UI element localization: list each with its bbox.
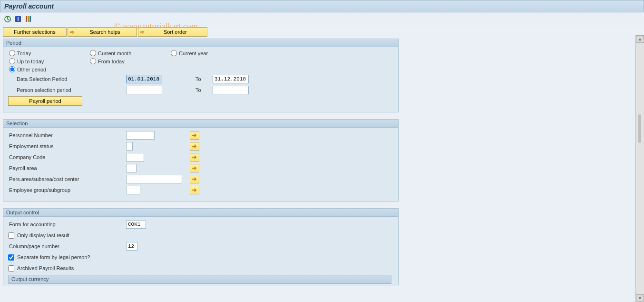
multi-select-company-code[interactable] xyxy=(190,153,199,161)
label-separate-form: Separate form by legal person? xyxy=(17,254,90,260)
selection-groupbox: Selection Personnel Number Employment st… xyxy=(3,119,399,201)
svg-rect-4 xyxy=(28,16,29,22)
further-selections-button[interactable]: Further selections xyxy=(3,27,67,37)
label-archived-payroll: Archived Payroll Results xyxy=(17,265,74,271)
output-currency-groupbox: Output currency xyxy=(8,275,391,284)
checkbox-separate-form[interactable] xyxy=(8,254,14,261)
selection-button-row: Further selections ➪Search helps ➪Sort o… xyxy=(3,27,641,37)
label-company-code: Company Code xyxy=(8,154,126,160)
page-title: Payroll account xyxy=(4,2,54,10)
multi-select-employee-group[interactable] xyxy=(190,186,199,194)
output-control-title: Output control xyxy=(3,209,398,217)
label-only-display-last: Only display last result xyxy=(17,232,69,238)
input-employment-status[interactable] xyxy=(126,142,133,151)
input-data-sel-from[interactable] xyxy=(126,75,162,83)
label-form-for-accounting: Form for accounting xyxy=(8,221,126,227)
payroll-period-button[interactable]: Payroll period xyxy=(8,96,82,106)
period-groupbox: Period Today Current month Current year … xyxy=(3,39,399,112)
label-up-to-today: Up to today xyxy=(17,59,44,64)
label-other-period: Other period xyxy=(17,67,46,72)
svg-text:I: I xyxy=(17,16,19,22)
input-form-for-accounting[interactable] xyxy=(126,220,146,229)
label-from-today: From today xyxy=(98,59,125,64)
input-employee-group[interactable] xyxy=(126,186,140,194)
svg-rect-3 xyxy=(26,16,27,22)
label-employment-status: Employment status xyxy=(8,143,126,149)
radio-from-today[interactable] xyxy=(90,58,96,64)
output-control-groupbox: Output control Form for accounting Only … xyxy=(3,208,399,285)
label-payroll-area: Payroll area xyxy=(8,165,126,171)
scroll-down-icon[interactable]: ▼ xyxy=(636,294,644,302)
period-groupbox-title: Period xyxy=(3,39,398,47)
multi-select-personnel-number[interactable] xyxy=(190,131,199,140)
toolbar: I xyxy=(0,12,644,26)
label-pers-area: Pers.area/subarea/cost center xyxy=(8,176,126,182)
page-title-bar: Payroll account xyxy=(0,0,644,12)
input-payroll-area[interactable] xyxy=(126,164,137,172)
input-column-page-number[interactable] xyxy=(126,242,137,251)
input-personnel-number[interactable] xyxy=(126,131,155,140)
radio-current-month[interactable] xyxy=(90,50,96,56)
label-personnel-number: Personnel Number xyxy=(8,132,126,138)
input-company-code[interactable] xyxy=(126,153,144,161)
scrollbar-vertical[interactable]: ▲ ▼ xyxy=(635,35,644,302)
radio-other-period[interactable] xyxy=(9,66,15,72)
arrow-right-icon: ➪ xyxy=(70,29,74,35)
search-helps-button[interactable]: ➪Search helps xyxy=(68,27,137,37)
label-to-2: To xyxy=(195,87,213,93)
execute-icon[interactable] xyxy=(4,15,11,23)
input-person-sel-from[interactable] xyxy=(126,86,162,94)
label-current-month: Current month xyxy=(98,50,131,56)
multi-select-pers-area[interactable] xyxy=(190,175,199,183)
input-person-sel-to[interactable] xyxy=(213,86,249,94)
label-employee-group: Employee group/subgroup xyxy=(8,187,126,193)
multi-select-payroll-area[interactable] xyxy=(190,164,199,172)
label-column-page-number: Column/page number xyxy=(8,243,126,249)
label-person-selection-period: Person selection period xyxy=(8,87,126,93)
info-icon[interactable]: I xyxy=(14,15,22,23)
label-today: Today xyxy=(17,50,31,56)
radio-up-to-today[interactable] xyxy=(9,58,15,64)
checkbox-archived-payroll[interactable] xyxy=(8,265,14,272)
input-data-sel-to[interactable] xyxy=(213,75,249,83)
label-current-year: Current year xyxy=(179,50,208,56)
scroll-grip[interactable] xyxy=(638,114,641,143)
content-area: Further selections ➪Search helps ➪Sort o… xyxy=(0,26,644,286)
output-currency-title: Output currency xyxy=(9,275,391,283)
label-to-1: To xyxy=(195,76,213,82)
multi-select-employment-status[interactable] xyxy=(190,142,199,151)
radio-current-year[interactable] xyxy=(171,50,177,56)
layout-icon[interactable] xyxy=(25,15,32,23)
checkbox-only-display-last[interactable] xyxy=(8,232,14,239)
input-pers-area[interactable] xyxy=(126,175,182,183)
radio-today[interactable] xyxy=(9,50,15,56)
selection-groupbox-title: Selection xyxy=(3,120,398,128)
label-data-selection-period: Data Selection Period xyxy=(8,76,126,82)
scroll-up-icon[interactable]: ▲ xyxy=(636,35,644,43)
sort-order-button[interactable]: ➪Sort order xyxy=(138,27,207,37)
svg-rect-5 xyxy=(29,16,31,22)
arrow-right-icon: ➪ xyxy=(140,29,145,35)
